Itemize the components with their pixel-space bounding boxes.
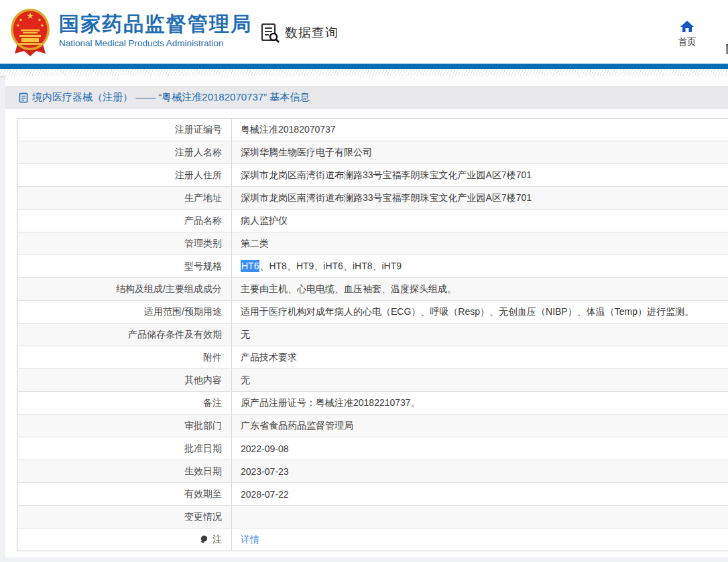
row-value: 2028-07-22 (232, 483, 728, 506)
table-row: 生效日期 2023-07-23 (17, 460, 728, 483)
table-row: 附件 产品技术要求 (17, 346, 728, 369)
hatch-divider (0, 69, 728, 76)
org-title: 国家药品监督管理局 National Medical Products Admi… (59, 12, 252, 48)
svg-text:★: ★ (19, 17, 23, 22)
national-emblem-logo: ★ ★ ★ ★ ★ (9, 7, 51, 59)
row-value: 深圳市龙岗区南湾街道布澜路33号宝福李朗珠宝文化产业园A区7楼701 (232, 164, 728, 187)
table-row: 注册人名称 深圳华腾生物医疗电子有限公司 (17, 141, 728, 164)
table-row: 审批部门 广东省食品药品监督管理局 (17, 415, 728, 437)
table-row: 生产地址 深圳市龙岗区南湾街道布澜路33号宝福李朗珠宝文化产业园A区7楼701 (17, 187, 728, 210)
selected-text: HT6 (241, 260, 259, 272)
table-row: 结构及组成/主要组成成分 主要由主机、心电电缆、血压袖套、温度探头组成。 (17, 278, 728, 301)
svg-text:★: ★ (38, 17, 42, 22)
header-accent-bar (0, 64, 728, 69)
svg-text:★: ★ (40, 23, 44, 27)
table-row: 批准日期 2022-09-08 (17, 437, 728, 460)
data-query-tab[interactable]: 数据查询 (260, 22, 339, 44)
data-query-label: 数据查询 (285, 24, 339, 42)
table-row: 产品名称 病人监护仪 (17, 210, 728, 232)
row-value: 粤械注准20182070737 (232, 119, 728, 141)
nav-home[interactable]: 首页 (674, 20, 701, 48)
home-icon (680, 20, 694, 33)
table-row: 适用范围/预期用途 适用于医疗机构对成年病人的心电（ECG）、呼吸（Resp）、… (17, 301, 728, 324)
table-row: 注册人住所 深圳市龙岗区南湾街道布澜路33号宝福李朗珠宝文化产业园A区7楼701 (17, 164, 728, 187)
page-title: 境内医疗器械（注册） —— “粤械注准20182070737” 基本信息 (32, 91, 310, 104)
document-search-icon (260, 22, 280, 44)
row-value: 2023-07-23 (232, 460, 728, 483)
row-value (232, 506, 728, 529)
nav-home-label: 首页 (678, 36, 696, 48)
svg-text:★: ★ (16, 23, 20, 27)
bulb-icon (200, 535, 208, 546)
table-row: 管理类别 第二类 (17, 232, 728, 255)
row-label: 注册人住所 (17, 164, 232, 187)
registration-info-table: 注册证编号 粤械注准20182070737 注册人名称 深圳华腾生物医疗电子有限… (17, 118, 728, 551)
row-label: 注册证编号 (17, 119, 232, 141)
table-row: 变更情况 (17, 506, 728, 529)
row-value: 2022-09-08 (232, 437, 728, 460)
row-label: 审批部门 (17, 415, 232, 437)
org-name-en: National Medical Products Administration (59, 38, 252, 48)
row-label: 生效日期 (17, 460, 232, 483)
row-value: 适用于医疗机构对成年病人的心电（ECG）、呼吸（Resp）、无创血压（NIBP）… (232, 301, 728, 324)
page-document-icon (19, 92, 28, 103)
row-value: HT6、HT8、HT9、iHT6、iHT8、iHT9 (232, 255, 728, 278)
row-label: 管理类别 (17, 232, 232, 255)
row-value: 第二类 (232, 232, 728, 255)
table-row: 注册证编号 粤械注准20182070737 (17, 119, 728, 141)
info-table-body: 注册证编号 粤械注准20182070737 注册人名称 深圳华腾生物医疗电子有限… (17, 119, 728, 551)
row-value: 原产品注册证号：粤械注准20182210737。 (232, 392, 728, 415)
row-value: 无 (232, 324, 728, 346)
table-row: 产品储存条件及有效期 无 (17, 324, 728, 346)
row-label: 生产地址 (17, 187, 232, 210)
row-label: 有效期至 (17, 483, 232, 506)
table-row: 备注 原产品注册证号：粤械注准20182210737。 (17, 392, 728, 415)
site-header: ★ ★ ★ ★ ★ 国家药品监督管理局 National Medical Pro… (0, 0, 728, 64)
row-value: 产品技术要求 (232, 346, 728, 369)
table-row: 其他内容 无 (17, 369, 728, 392)
row-value: 广东省食品药品监督管理局 (232, 415, 728, 437)
svg-text:★: ★ (26, 11, 34, 21)
page-title-bar: 境内医疗器械（注册） —— “粤械注准20182070737” 基本信息 (5, 86, 728, 109)
table-row: 注 详情 (17, 529, 728, 551)
row-label: 注 (17, 529, 232, 551)
detail-link[interactable]: 详情 (241, 534, 259, 545)
row-label: 型号规格 (17, 255, 232, 278)
row-label: 备注 (17, 392, 232, 415)
row-value: 详情 (232, 529, 728, 551)
row-value: 主要由主机、心电电缆、血压袖套、温度探头组成。 (232, 278, 728, 301)
row-label: 其他内容 (17, 369, 232, 392)
row-label: 适用范围/预期用途 (17, 301, 232, 324)
row-label: 产品储存条件及有效期 (17, 324, 232, 346)
content-card: 境内医疗器械（注册） —— “粤械注准20182070737” 基本信息 注册证… (5, 76, 728, 557)
table-row: 有效期至 2028-07-22 (17, 483, 728, 506)
row-label: 注册人名称 (17, 141, 232, 164)
row-label: 批准日期 (17, 437, 232, 460)
row-label: 结构及组成/主要组成成分 (17, 278, 232, 301)
row-label: 产品名称 (17, 210, 232, 232)
row-value: 深圳华腾生物医疗电子有限公司 (232, 141, 728, 164)
row-value: 深圳市龙岗区南湾街道布澜路33号宝福李朗珠宝文化产业园A区7楼701 (232, 187, 728, 210)
row-value: 无 (232, 369, 728, 392)
row-label: 变更情况 (17, 506, 232, 529)
org-name-cn: 国家药品监督管理局 (59, 12, 252, 36)
table-row: 型号规格 HT6、HT8、HT9、iHT6、iHT8、iHT9 (17, 255, 728, 278)
row-label: 附件 (17, 346, 232, 369)
row-value: 病人监护仪 (232, 210, 728, 232)
